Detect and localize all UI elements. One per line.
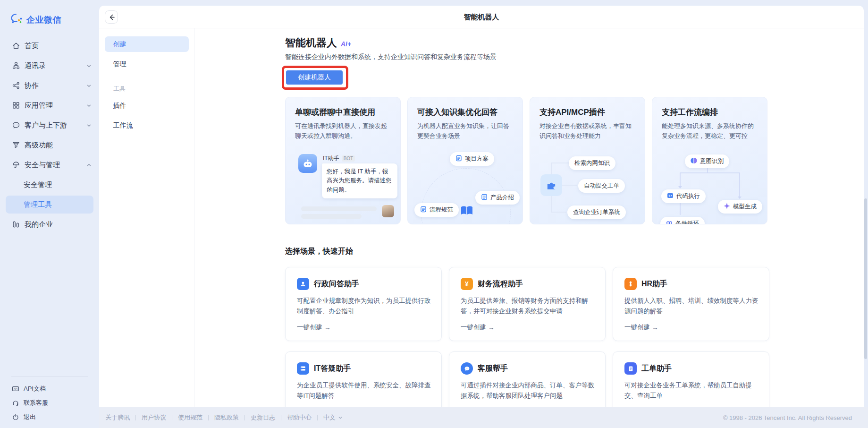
- wecom-logo-icon: [10, 13, 23, 26]
- api-tag: 查询企业订单系统: [567, 205, 626, 219]
- api-tag: 检索内网知识: [569, 156, 615, 170]
- sidebar-item-security-management[interactable]: 安全与管理: [0, 155, 99, 175]
- robot-avatar-icon: [298, 154, 317, 173]
- sidebar-item-api-docs[interactable]: API API文档: [0, 382, 99, 396]
- arrow-right-icon: →: [652, 324, 658, 331]
- chat-message-bubble: 您好，我是 IT 助手，很高兴为您服务。请描述您的问题。: [322, 163, 397, 198]
- footer-link-changelog[interactable]: 更新日志: [251, 413, 275, 422]
- sidebar-item-contact-support[interactable]: 联系客服: [0, 396, 99, 410]
- skeleton-line: [301, 206, 377, 211]
- language-selector[interactable]: 中文: [323, 413, 343, 422]
- scenario-card-admin[interactable]: 行政问答助手 可配置企业规章制度作为知识，为员工提供行政制度解答、办公指引 一键…: [285, 267, 442, 341]
- panel-header: 智能机器人: [99, 6, 864, 28]
- arrow-right-icon: →: [488, 324, 495, 331]
- chevron-down-icon: [86, 103, 92, 108]
- feature-card-knowledge[interactable]: 可接入知识集优化回答 为机器人配置业务知识集，让回答更契合业务场景 项目方案 产…: [407, 97, 523, 224]
- sidebar-item-app-management[interactable]: 应用管理: [0, 95, 99, 115]
- subnav-item-manage[interactable]: 管理: [105, 56, 189, 72]
- sidebar-subitem-security[interactable]: 安全管理: [0, 175, 99, 195]
- sidebar-subitem-label: 管理工具: [24, 200, 52, 209]
- code-icon: [667, 192, 674, 200]
- ticket-assistant-icon: [624, 362, 637, 375]
- sidebar-item-logout[interactable]: 退出: [0, 410, 99, 424]
- subnav-section-label: 工具: [99, 76, 194, 98]
- book-icon: [460, 205, 474, 219]
- feature-card-desc: 对接企业自有数据或系统，丰富知识问答和业务处理能力: [539, 121, 637, 141]
- workflow-node: 条件循环: [660, 217, 705, 224]
- sidebar-item-home[interactable]: 首页: [0, 36, 99, 56]
- svg-text:API: API: [14, 388, 17, 390]
- sidebar-item-label: API文档: [24, 385, 46, 393]
- secondary-nav: 创建 管理 工具 插件 工作流: [99, 28, 194, 428]
- scenario-desc: 为企业员工提供软件使用、系统安全、故障排查等IT问题解答: [297, 380, 432, 401]
- feature-card-api-plugins[interactable]: 支持API/MCP插件 对接企业自有数据或系统，丰富知识问答和业务处理能力 检索…: [530, 97, 645, 224]
- feature-card-workflow[interactable]: 支持工作流编排 能处理多知识来源、多系统协作的复杂业务流程，更稳定、更可控 意图…: [652, 97, 767, 224]
- logo-text: 企业微信: [26, 14, 61, 26]
- sidebar-item-label: 应用管理: [25, 101, 53, 110]
- page-header-title: 智能机器人: [99, 13, 864, 22]
- ai-plus-badge: AI+: [341, 40, 351, 48]
- subnav-item-workflow[interactable]: 工作流: [105, 118, 189, 133]
- scenario-desc: 可对接企业各业务工单系统，帮助员工自助提交、查询工单: [624, 380, 759, 401]
- chevron-down-icon: [86, 83, 92, 88]
- scenario-desc: 为员工提供差旅、报销等财务方面的支持和解答，并可对接企业财务系统提交申请: [461, 296, 596, 316]
- sidebar-item-label: 联系客服: [24, 399, 48, 407]
- scenario-title: IT答疑助手: [314, 364, 351, 374]
- one-click-create-link[interactable]: 一键创建→: [461, 323, 495, 332]
- sidebar-item-my-company[interactable]: 我的企业: [0, 214, 99, 234]
- hr-assistant-icon: [624, 278, 637, 290]
- feature-card-title: 可接入知识集优化回答: [417, 107, 497, 118]
- scrollbar[interactable]: [864, 198, 867, 359]
- footer-link-about[interactable]: 关于腾讯: [105, 413, 130, 422]
- sidebar-item-advanced[interactable]: 高级功能: [0, 135, 99, 155]
- scenario-card-finance[interactable]: ¥ 财务流程助手 为员工提供差旅、报销等财务方面的支持和解答，并可对接企业财务系…: [449, 267, 606, 341]
- page-title: 智能机器人AI+: [285, 36, 351, 50]
- customers-icon: [11, 121, 20, 130]
- footer-link-help[interactable]: 帮助中心: [287, 413, 312, 422]
- sidebar-item-label: 退出: [24, 413, 36, 421]
- finance-assistant-icon: ¥: [461, 278, 473, 290]
- scenario-title: 行政问答助手: [314, 279, 359, 289]
- copyright-text: © 1998 - 2026 Tencent Inc. All Rights Re…: [723, 414, 852, 421]
- loop-icon: [666, 220, 673, 224]
- collaboration-icon: [11, 81, 20, 90]
- sidebar-divider: [11, 377, 88, 377]
- scenario-title: 工单助手: [641, 364, 672, 374]
- sidebar-subitem-management-tools[interactable]: 管理工具: [6, 196, 93, 214]
- sidebar-item-customers[interactable]: 客户与上下游: [0, 115, 99, 135]
- footer-link-privacy[interactable]: 隐私政策: [214, 413, 239, 422]
- sidebar-item-collaboration[interactable]: 协作: [0, 76, 99, 95]
- bot-name: IT助手: [323, 154, 339, 163]
- workflow-node: 意图识别: [685, 154, 729, 168]
- footer-link-agreement[interactable]: 用户协议: [142, 413, 166, 422]
- one-click-create-link[interactable]: 一键创建→: [297, 323, 331, 332]
- chevron-up-icon: [86, 163, 92, 168]
- bot-badge: BOT: [342, 155, 355, 162]
- feature-card-direct-chat[interactable]: 单聊或群聊中直接使用 可在通讯录找到机器人，直接发起聊天或拉入群聊沟通。 IT助…: [285, 97, 401, 224]
- logo[interactable]: 企业微信: [0, 0, 99, 36]
- scenario-title: 客服帮手: [478, 364, 508, 374]
- one-click-create-link[interactable]: 一键创建→: [624, 323, 658, 332]
- workflow-node: 代码执行: [661, 189, 706, 203]
- scenario-cards-grid: 行政问答助手 可配置企业规章制度作为知识，为员工提供行政制度解答、办公指引 一键…: [285, 267, 769, 426]
- api-icon: API: [12, 385, 19, 393]
- page-subtitle: 智能连接企业内外数据和系统，支持企业知识问答和复杂业务流程等场景: [285, 53, 497, 61]
- subnav-item-plugins[interactable]: 插件: [105, 98, 189, 113]
- sidebar-item-label: 高级功能: [25, 141, 53, 150]
- footer-link-usage[interactable]: 使用规范: [178, 413, 202, 422]
- subnav-item-create[interactable]: 创建: [105, 36, 189, 52]
- scenario-card-hr[interactable]: HR助手 提供新人入职、招聘、培训、绩效制度等人力资源问题的解答 一键创建→: [613, 267, 769, 341]
- scenario-title: HR助手: [641, 279, 667, 289]
- headset-icon: [12, 399, 19, 407]
- document-icon: [481, 194, 488, 202]
- sidebar-item-label: 我的企业: [25, 220, 53, 229]
- home-icon: [11, 42, 20, 51]
- footer-bar: 关于腾讯 用户协议 使用规范 隐私政策 更新日志 帮助中心 中文 © 1998 …: [99, 407, 868, 428]
- chevron-down-icon: [338, 414, 343, 421]
- knowledge-tag: 项目方案: [450, 152, 494, 166]
- user-avatar: [382, 205, 394, 217]
- sidebar-item-contacts[interactable]: 通讯录: [0, 56, 99, 76]
- create-robot-button[interactable]: 创建机器人: [286, 70, 343, 85]
- scenario-title: 财务流程助手: [478, 279, 523, 289]
- sidebar-item-label: 通讯录: [25, 61, 46, 70]
